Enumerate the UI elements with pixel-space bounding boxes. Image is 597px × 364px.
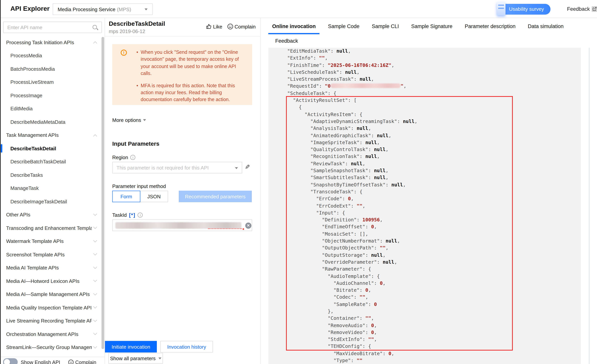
taskid-input[interactable]: ✕ <box>112 219 252 231</box>
show-english-toggle[interactable] <box>3 358 18 364</box>
edit-pencil-icon[interactable]: ✎ <box>245 163 250 171</box>
info-icon[interactable]: i <box>130 155 135 160</box>
code-line: "ObjectNumberFormat": null, <box>276 238 417 245</box>
sidebar-item-batchprocessmedia[interactable]: BatchProcessMedia <box>0 62 105 76</box>
service-selector[interactable]: Media Processing Service (MPS) <box>53 3 153 15</box>
sidebar-item-processlivestream[interactable]: ProcessLiveStream <box>0 76 105 89</box>
tab-sample-code[interactable]: Sample Code <box>328 18 360 35</box>
sidebar-item-describetasks[interactable]: DescribeTasks <box>0 168 105 182</box>
code-line: "ExtInfo": "", <box>276 55 417 62</box>
taskid-field-label: TaskId [*] i <box>112 212 143 218</box>
sidebar-item-label: Processing Task Initiation APIs <box>6 39 74 45</box>
sidebar-item-editmedia[interactable]: EditMedia <box>0 102 105 115</box>
code-line: "LiveStreamProcessTask": null, <box>276 76 417 83</box>
sidebar-group-streamlink-security-group-management[interactable]: StreamLink—Security Group Management … <box>0 341 105 354</box>
warning-icon: ! <box>121 50 127 56</box>
api-search-box <box>3 22 102 33</box>
invocation-history-button[interactable]: Invocation history <box>160 341 213 352</box>
region-select[interactable]: This parameter is not required for this … <box>112 162 242 173</box>
chevron-down-icon <box>143 119 146 123</box>
sidebar-item-label: DescribeMediaMetaData <box>10 119 65 125</box>
sidebar-item-label: Media AI—Sample Management APIs <box>6 292 90 297</box>
sidebar-group-task-management-apis[interactable]: Task Management APIs <box>0 129 105 142</box>
code-line: "MosaicSet": [], <box>276 230 417 238</box>
sidebar-footer: Show English API Complain <box>0 357 105 364</box>
survey-scroll-icon <box>497 2 505 15</box>
complain-button[interactable]: Complain <box>227 23 256 30</box>
sidebar-item-describebatchtaskdetail[interactable]: DescribeBatchTaskDetail <box>0 155 105 168</box>
sad-face-icon <box>227 23 233 30</box>
sidebar-group-processing-task-initiation-apis[interactable]: Processing Task Initiation APIs <box>0 36 105 49</box>
sidebar-group-transcoding-and-enhancement-template-apis[interactable]: Transcoding and Enhancement Template API… <box>0 221 105 235</box>
external-link-icon <box>592 6 597 12</box>
code-line: "AnimatedGraphicTask": null, <box>276 132 417 139</box>
code-line: "AudioTemplate": { <box>276 273 417 280</box>
clear-input-icon[interactable]: ✕ <box>245 223 251 229</box>
tab-parameter-description[interactable]: Parameter description <box>465 18 516 35</box>
sidebar-item-describemediametadata[interactable]: DescribeMediaMetaData <box>0 115 105 129</box>
more-options-label: More options <box>112 117 141 123</box>
sidebar-item-processimage[interactable]: ProcessImage <box>0 89 105 102</box>
json-tab-button[interactable]: JSON <box>140 191 168 202</box>
sidebar-item-label: DescribeImageTaskDetail <box>10 199 67 204</box>
sidebar-complain-button[interactable]: Complain <box>68 359 96 364</box>
tab-online-invocation[interactable]: Online invocation <box>272 18 316 35</box>
usability-survey-button[interactable]: Usability survey <box>498 4 550 15</box>
warning-notice: ! When you click "Send request" on the "… <box>112 44 252 105</box>
sidebar-group-screenshot-template-apis[interactable]: Screenshot Template APIs <box>0 248 105 261</box>
sidebar-item-describetaskdetail[interactable]: DescribeTaskDetail <box>0 142 105 155</box>
sidebar-group-live-streaming-recording-template-apis[interactable]: Live Streaming Recording Template APIs <box>0 314 105 327</box>
tab-sample-cli[interactable]: Sample CLI <box>372 18 399 35</box>
sidebar-item-describeimagetaskdetail[interactable]: DescribeImageTaskDetail <box>0 195 105 208</box>
sidebar-group-media-ai-hotword-lexicon-apis[interactable]: Media AI—Hotword Lexicon APIs <box>0 274 105 288</box>
sidebar-group-other-apis[interactable]: Other APIs <box>0 208 105 221</box>
sidebar-item-label: DescribeTasks <box>10 172 43 178</box>
thumbs-up-icon <box>206 23 212 30</box>
search-input[interactable] <box>3 22 102 33</box>
code-line: "TEHDConfig": { <box>276 343 417 350</box>
chevron-down-icon <box>158 357 161 361</box>
sidebar-group-media-ai-template-apis[interactable]: Media AI Template APIs <box>0 261 105 274</box>
sidebar-group-watermark-template-apis[interactable]: Watermark Template APIs <box>0 235 105 248</box>
like-label: Like <box>213 24 222 29</box>
sidebar-item-processmedia[interactable]: ProcessMedia <box>0 49 105 62</box>
sidebar-group-media-quality-inspection-template-apis[interactable]: Media Quality Inspection Template APIs <box>0 301 105 314</box>
like-button[interactable]: Like <box>206 23 222 30</box>
tab-sample-signature[interactable]: Sample Signature <box>411 18 452 35</box>
chevron-down-icon <box>93 291 97 295</box>
search-icon[interactable] <box>92 25 98 31</box>
spellcheck-underline <box>208 228 242 229</box>
sidebar-item-managetask[interactable]: ManageTask <box>0 182 105 195</box>
sidebar-scrollbar[interactable] <box>102 37 104 349</box>
sidebar-group-orchestration-management-apis[interactable]: Orchestration Management APIs <box>0 327 105 341</box>
param-method-text: Parameter input method <box>112 183 166 189</box>
code-line: "ReviewTask": null, <box>276 160 417 167</box>
chevron-down-icon <box>93 305 97 309</box>
result-tabs: Online invocationSample CodeSample CLISa… <box>261 18 564 35</box>
code-line: "RemoveVideo": 0, <box>276 329 417 336</box>
sidebar-item-label: EditMedia <box>10 106 33 112</box>
sidebar-item-label: Watermark Template APIs <box>6 239 64 244</box>
info-icon[interactable]: i <box>138 213 143 217</box>
show-all-parameters-button[interactable]: Show all parameters <box>108 353 163 364</box>
more-options-button[interactable]: More options <box>112 117 146 123</box>
recommended-parameters-button[interactable]: Recommended parameters <box>179 191 252 202</box>
tab-data-simulation[interactable]: Data simulation <box>528 18 564 35</box>
feedback-link[interactable]: Feedback <box>567 6 597 12</box>
input-parameters-heading: Input Parameters <box>112 140 159 147</box>
sidebar-item-label: Task Management APIs <box>6 132 59 138</box>
tab-feedback[interactable]: Feedback <box>275 33 298 50</box>
response-json-viewer[interactable]: "EditMediaTask": null, "ExtInfo": "", "F… <box>268 48 581 364</box>
sidebar-item-label: Orchestration Management APIs <box>6 331 79 337</box>
redacted-request-id <box>330 84 401 88</box>
sidebar-item-label: ProcessLiveStream <box>10 79 54 85</box>
form-tab-button[interactable]: Form <box>112 191 140 202</box>
sidebar-group-media-ai-sample-management-apis[interactable]: Media AI—Sample Management APIs <box>0 288 105 301</box>
service-selector-value: Media Processing Service <box>58 6 116 12</box>
sidebar-item-label: DescribeTaskDetail <box>10 146 56 151</box>
sidebar-complain-label: Complain <box>75 359 96 364</box>
complain-label: Complain <box>235 24 256 29</box>
initiate-invocation-button[interactable]: Initiate invocation <box>105 341 157 352</box>
chevron-down-icon <box>93 278 97 282</box>
sidebar-item-label: DescribeBatchTaskDetail <box>10 159 66 165</box>
